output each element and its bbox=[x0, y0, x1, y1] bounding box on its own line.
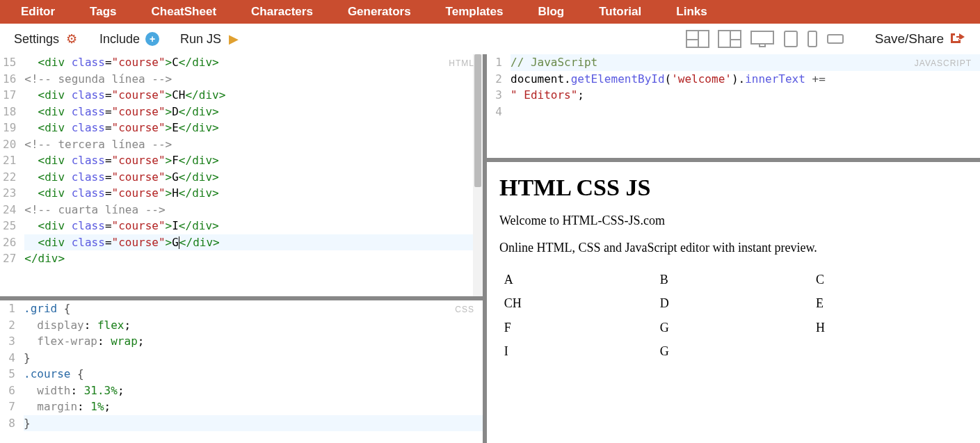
preview-desc: Online HTML, CSS and JavaScript editor w… bbox=[499, 241, 967, 255]
top-nav: EditorTagsCheatSheetCharactersGenerators… bbox=[0, 0, 980, 24]
nav-generators[interactable]: Generators bbox=[334, 5, 425, 19]
code-line[interactable]: margin: 1%; bbox=[24, 398, 483, 415]
code-line[interactable]: <div class="course">G</div> bbox=[24, 169, 483, 186]
course-item: G bbox=[660, 321, 807, 335]
css-editor-pane[interactable]: CSS 12345678 .grid { display: flex; flex… bbox=[0, 300, 483, 443]
code-line[interactable]: <div class="course">E</div> bbox=[24, 120, 483, 136]
include-button[interactable]: Include + bbox=[99, 32, 159, 47]
nav-blog[interactable]: Blog bbox=[524, 5, 578, 19]
js-editor-pane[interactable]: JavaScript 1234 // JavaScriptdocument.ge… bbox=[487, 54, 980, 162]
desktop-icon[interactable] bbox=[750, 30, 775, 48]
code-line[interactable]: <!-- tercera línea --> bbox=[24, 136, 483, 153]
phone-icon[interactable] bbox=[807, 30, 818, 48]
html-code-body[interactable]: <div class="course">C</div><!-- segunda … bbox=[20, 54, 483, 296]
layout-right-icon[interactable] bbox=[718, 30, 741, 48]
code-line[interactable]: <div class="course">D</div> bbox=[24, 104, 483, 120]
include-label: Include bbox=[99, 32, 140, 47]
code-line[interactable]: width: 31.3%; bbox=[24, 382, 483, 399]
layout-left-icon[interactable] bbox=[686, 30, 709, 48]
code-line[interactable]: <div class="course">G</div> bbox=[24, 234, 483, 251]
course-item: B bbox=[660, 273, 807, 287]
html-editor-pane[interactable]: HTML 15161718192021222324252627 <div cla… bbox=[0, 54, 483, 300]
svg-rect-4 bbox=[828, 35, 843, 43]
js-code-body[interactable]: // JavaScriptdocument.getElementById('we… bbox=[506, 54, 980, 158]
play-icon: ▶ bbox=[227, 32, 241, 46]
main-area: HTML 15161718192021222324252627 <div cla… bbox=[0, 54, 980, 443]
svg-rect-2 bbox=[785, 31, 797, 47]
code-line[interactable] bbox=[511, 104, 980, 120]
code-line[interactable]: // JavaScript bbox=[511, 54, 980, 71]
code-line[interactable]: } bbox=[24, 415, 483, 432]
phone-landscape-icon[interactable] bbox=[826, 33, 844, 45]
course-item: E bbox=[816, 296, 963, 311]
svg-rect-0 bbox=[751, 31, 773, 44]
code-line[interactable]: .course { bbox=[24, 366, 483, 382]
code-line[interactable]: <div class="course">I</div> bbox=[24, 218, 483, 234]
nav-tutorial[interactable]: Tutorial bbox=[585, 5, 655, 19]
nav-cheatsheet[interactable]: CheatSheet bbox=[138, 5, 231, 19]
nav-characters[interactable]: Characters bbox=[237, 5, 327, 19]
course-item: D bbox=[660, 296, 807, 311]
preview-title: HTML CSS JS bbox=[499, 175, 967, 201]
code-line[interactable]: <div class="course">C</div> bbox=[24, 54, 483, 71]
course-item: A bbox=[504, 273, 651, 287]
share-icon bbox=[949, 29, 966, 49]
code-line[interactable]: .grid { bbox=[24, 300, 483, 317]
code-line[interactable]: " Editors"; bbox=[511, 87, 980, 104]
code-line[interactable]: <!-- segunda línea --> bbox=[24, 71, 483, 88]
code-line[interactable]: document.getElementById('welcome').inner… bbox=[511, 71, 980, 88]
nav-links[interactable]: Links bbox=[662, 5, 721, 19]
preview-grid: ABCCHDEFGHIG bbox=[499, 268, 967, 364]
settings-button[interactable]: Settings ⚙ bbox=[14, 32, 79, 47]
course-item: F bbox=[504, 321, 651, 335]
settings-label: Settings bbox=[14, 32, 59, 47]
preview-welcome: Welcome to HTML-CSS-JS.com bbox=[499, 214, 967, 228]
run-js-button[interactable]: Run JS ▶ bbox=[180, 32, 241, 47]
toolbar: Settings ⚙ Include + Run JS ▶ Save/Share bbox=[0, 24, 980, 54]
code-line[interactable]: <!-- cuarta línea --> bbox=[24, 202, 483, 218]
html-pane-label: HTML bbox=[449, 58, 474, 68]
code-line[interactable]: <div class="course">H</div> bbox=[24, 185, 483, 202]
html-gutter: 15161718192021222324252627 bbox=[0, 54, 20, 296]
js-gutter: 1234 bbox=[487, 54, 506, 158]
css-code-body[interactable]: .grid { display: flex; flex-wrap: wrap;}… bbox=[19, 300, 483, 443]
nav-templates[interactable]: Templates bbox=[432, 5, 517, 19]
code-line[interactable]: flex-wrap: wrap; bbox=[24, 333, 483, 350]
code-line[interactable]: <div class="course">F</div> bbox=[24, 152, 483, 169]
tablet-icon[interactable] bbox=[783, 30, 798, 48]
code-line[interactable]: <div class="course">CH</div> bbox=[24, 87, 483, 104]
svg-rect-1 bbox=[760, 44, 765, 47]
preview-pane: HTML CSS JS Welcome to HTML-CSS-JS.com O… bbox=[487, 162, 980, 443]
save-share-button[interactable]: Save/Share bbox=[875, 29, 966, 49]
course-item: C bbox=[816, 273, 963, 287]
nav-tags[interactable]: Tags bbox=[76, 5, 130, 19]
code-line[interactable]: } bbox=[24, 350, 483, 367]
css-pane-label: CSS bbox=[455, 305, 474, 314]
save-share-label: Save/Share bbox=[875, 31, 944, 47]
nav-editor[interactable]: Editor bbox=[7, 5, 69, 19]
course-item: I bbox=[504, 344, 651, 359]
html-scrollbar[interactable] bbox=[473, 54, 483, 296]
gear-icon: ⚙ bbox=[65, 32, 79, 46]
run-js-label: Run JS bbox=[180, 32, 221, 47]
svg-rect-3 bbox=[808, 31, 817, 47]
js-pane-label: JavaScript bbox=[915, 58, 972, 68]
code-line[interactable]: </div> bbox=[24, 250, 483, 267]
course-item: G bbox=[660, 344, 807, 359]
code-line[interactable]: display: flex; bbox=[24, 317, 483, 334]
plus-icon: + bbox=[145, 32, 159, 46]
course-item: CH bbox=[504, 296, 651, 311]
course-item: H bbox=[816, 321, 963, 335]
css-gutter: 12345678 bbox=[0, 300, 19, 443]
